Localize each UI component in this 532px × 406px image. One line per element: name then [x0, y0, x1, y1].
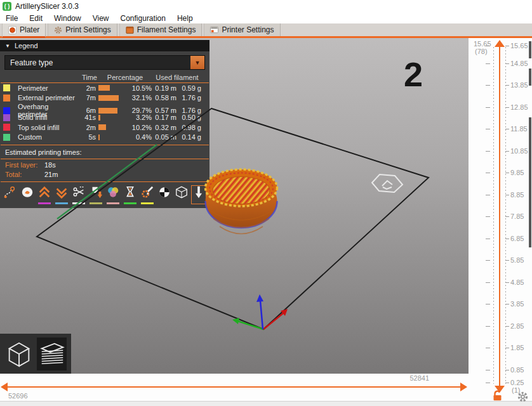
feature-time: 2m — [81, 84, 97, 92]
menu-item-file[interactable]: File — [0, 13, 23, 23]
feature-length: 0.58 m — [153, 94, 176, 102]
tool-changes-icon-glyph — [89, 185, 103, 202]
layer-tick-label: 9.85 — [510, 169, 524, 176]
toggle-underline — [158, 202, 171, 204]
slider-settings-gear-icon[interactable] — [517, 391, 528, 405]
travel-icon[interactable] — [3, 185, 18, 204]
viewport-3d[interactable]: 2 ▼ Legend Feature type ▼ Time Percentag… — [0, 38, 469, 374]
col-used-filament: Used filament — [153, 74, 201, 81]
seams-icon[interactable] — [71, 185, 86, 204]
total-time-row: Total: 21m — [5, 171, 204, 178]
feature-weight: 1.76 g — [178, 107, 201, 114]
retractions-icon-glyph — [37, 185, 51, 202]
tick-dash — [505, 239, 509, 239]
feature-color-swatch — [3, 95, 10, 102]
wipe-icon[interactable] — [20, 185, 35, 204]
deretractions-icon-glyph — [55, 185, 69, 202]
col-percentage: Percentage — [98, 74, 152, 81]
layer-tick-label: 12.85 — [510, 104, 528, 111]
editor-view-button[interactable] — [4, 337, 34, 370]
preview-view-button[interactable] — [37, 337, 67, 370]
feature-weight: 1.76 g — [178, 94, 201, 102]
gcode-slider-panel: 52841 52696 — [0, 374, 469, 401]
gcode-slider-right-handle[interactable] — [460, 383, 467, 391]
feature-type-value: Feature type — [10, 58, 190, 67]
gcode-slider-left-handle[interactable] — [1, 383, 8, 391]
layer-tick-label: 14.85 — [510, 60, 528, 67]
tab-label: Printer Settings — [222, 25, 274, 34]
feature-time: 5s — [81, 133, 97, 141]
tick-dash — [486, 239, 490, 239]
tool-changes-icon[interactable] — [88, 185, 103, 204]
toggle-underline — [124, 202, 136, 204]
bed-number-label: 2 — [404, 57, 423, 91]
feature-weight: 0.59 g — [178, 84, 201, 92]
feature-color-swatch — [3, 114, 10, 121]
layer-tick-label: 0.25 — [510, 379, 524, 386]
layer-tick-label: 4.85 — [510, 279, 524, 286]
tick-dash — [486, 326, 490, 327]
tab-filament-settings[interactable]: Filament Settings — [119, 23, 203, 36]
app-icon: ( ) — [3, 2, 11, 11]
tick-dash — [505, 383, 509, 383]
layer-tick-label: 5.85 — [510, 257, 524, 264]
feature-name: Custom — [18, 133, 79, 141]
layer-tick-label: 15.65 — [510, 43, 528, 49]
layer-slider-upper-handle[interactable] — [495, 40, 505, 47]
menu-item-configuration[interactable]: Configuration — [115, 13, 171, 23]
sliced-object[interactable] — [206, 169, 277, 234]
center-of-gravity-icon[interactable] — [157, 185, 172, 204]
retractions-icon[interactable] — [37, 185, 52, 204]
deretractions-icon[interactable] — [54, 185, 69, 204]
color-changes-icon[interactable] — [105, 185, 121, 204]
feature-bar-fill — [98, 85, 110, 91]
tab-label: Filament Settings — [137, 25, 196, 34]
tick-dash — [486, 370, 490, 370]
tick-dash — [486, 107, 490, 108]
pause-prints-icon[interactable] — [123, 185, 138, 204]
feature-length: 0.17 m — [153, 114, 176, 121]
feature-type-dropdown[interactable]: Feature type ▼ — [4, 55, 205, 70]
feature-bar-fill — [98, 115, 100, 121]
legend-rows: Perimeter2m10.5%0.19 m0.59 gExternal per… — [0, 83, 209, 142]
feature-length: 0.57 m — [153, 107, 176, 114]
tick-dash — [505, 151, 509, 152]
tab-print-settings[interactable]: Print Settings — [48, 23, 117, 36]
tab-plater[interactable]: Plater — [2, 23, 46, 38]
tick-dash — [486, 195, 490, 195]
lock-icon[interactable] — [493, 390, 502, 403]
tool-marker-icon[interactable] — [191, 185, 206, 204]
title-bar: ( ) ArtillerySlicer 3.0.3 — [0, 0, 532, 13]
legend-toggles — [0, 182, 209, 206]
legend-row: Top solid infill2m10.2%0.32 m0.98 g — [0, 122, 209, 133]
layer-slider-track[interactable] — [499, 47, 500, 386]
tick-dash — [505, 348, 509, 348]
custom-gcodes-icon[interactable] — [140, 185, 155, 204]
feature-name: Solid infill — [18, 114, 79, 121]
feature-bar — [98, 124, 125, 130]
chevron-down-icon[interactable]: ▼ — [190, 56, 204, 69]
edge-artifact — [529, 117, 531, 247]
layer-slider-top-value: 15.65 — [474, 40, 491, 48]
legend-header[interactable]: ▼ Legend — [0, 40, 209, 51]
tick-dash — [505, 282, 509, 283]
toggle-underline — [21, 202, 34, 204]
toggle-underline — [38, 202, 51, 204]
first-layer-value: 18s — [44, 161, 56, 169]
menu-item-window[interactable]: Window — [48, 13, 87, 23]
tick-dash — [486, 173, 490, 173]
tick-dash — [486, 129, 490, 129]
layer-tick-label: 10.85 — [510, 148, 528, 155]
shells-icon[interactable] — [174, 185, 189, 204]
legend-row: Perimeter2m10.5%0.19 m0.59 g — [0, 83, 209, 93]
menu-item-view[interactable]: View — [87, 13, 115, 23]
feature-color-swatch — [3, 107, 10, 114]
pause-prints-icon-glyph — [123, 185, 137, 202]
menu-item-edit[interactable]: Edit — [23, 13, 48, 23]
tick-dash — [486, 85, 490, 86]
printer-settings-icon — [210, 26, 218, 34]
tab-printer-settings[interactable]: Printer Settings — [204, 23, 280, 36]
gcode-slider-track[interactable] — [6, 386, 461, 388]
menu-item-help[interactable]: Help — [171, 13, 199, 23]
view-mode-panel — [0, 334, 71, 374]
